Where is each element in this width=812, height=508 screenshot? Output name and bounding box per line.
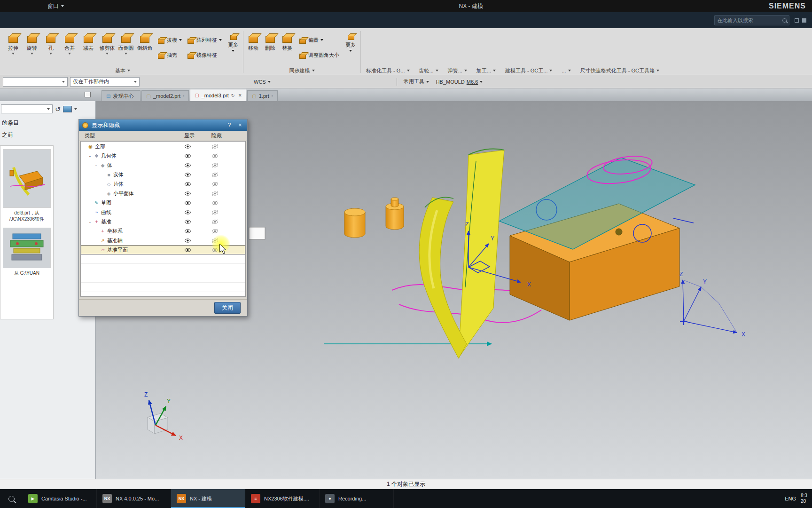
search-input[interactable] — [717, 17, 781, 23]
ribbon-tool-icon[interactable] — [437, 33, 446, 42]
group-label[interactable]: 弹簧... — [448, 67, 467, 74]
ribbon-tool-icon[interactable] — [419, 33, 429, 42]
ribbon-tool-icon[interactable] — [468, 47, 477, 56]
ribbon-tool-icon[interactable] — [528, 47, 538, 56]
toolbar-icon[interactable] — [344, 78, 353, 86]
toolbar-icon[interactable] — [241, 78, 249, 86]
type-row[interactable]: - ❖ 几何体 — [81, 151, 245, 160]
show-eye-icon[interactable] — [174, 219, 201, 224]
more-button[interactable]: 更多 — [225, 29, 242, 52]
hide-eye-icon[interactable] — [201, 200, 228, 206]
hide-eye-icon[interactable] — [201, 163, 228, 168]
group-label[interactable]: 齿轮... — [419, 67, 438, 74]
dialog-help-button[interactable]: ? — [226, 122, 233, 128]
type-row[interactable]: ■ 实体 — [81, 170, 245, 179]
ribbon-large-button[interactable]: 旋转 — [23, 29, 41, 55]
toolbar-icon[interactable] — [275, 78, 284, 86]
floating-input-box[interactable] — [249, 227, 265, 239]
refresh-icon[interactable]: ↺ — [55, 105, 61, 113]
show-eye-icon[interactable] — [174, 163, 201, 168]
toolbar-icon[interactable] — [172, 78, 180, 86]
type-row[interactable]: ~ 曲线 — [81, 207, 245, 217]
type-row[interactable]: ◇ 片体 — [81, 179, 245, 189]
column-hide[interactable]: 隐藏 — [203, 132, 230, 139]
selection-filter-select[interactable] — [3, 77, 68, 87]
ribbon-tool-icon[interactable] — [473, 33, 482, 42]
ribbon-large-button[interactable]: 修剪体 — [98, 29, 117, 55]
toolbar-icon[interactable] — [364, 78, 373, 86]
toolbar-icon[interactable] — [231, 78, 239, 86]
tab-close-icon[interactable]: × — [238, 92, 242, 99]
ribbon-tool-icon[interactable] — [386, 47, 396, 56]
taskbar-app-button[interactable]: ▶ Camtasia Studio -... — [23, 489, 97, 508]
ribbon-tool-icon[interactable] — [508, 33, 517, 42]
toolbar-icon[interactable] — [487, 78, 496, 86]
taskbar-search-icon[interactable] — [0, 496, 23, 502]
show-eye-icon[interactable] — [174, 172, 201, 177]
type-row[interactable]: - + 基准 — [81, 217, 245, 226]
group-label-basic[interactable]: 基本 — [4, 66, 242, 75]
more-button[interactable]: 更多 — [342, 29, 359, 52]
ribbon-tool-icon[interactable] — [455, 33, 464, 42]
ribbon-tool-icon[interactable] — [544, 33, 553, 42]
ribbon-large-button[interactable]: 倒斜角 — [135, 29, 154, 55]
ribbon-small-button[interactable]: 镜像特征 — [187, 48, 222, 62]
hide-eye-icon[interactable] — [201, 153, 228, 159]
part-tab[interactable]: ▢ _model3.prt ↻ × — [190, 89, 246, 101]
show-eye-icon[interactable] — [174, 200, 201, 206]
preview-mode-icon[interactable] — [63, 106, 72, 112]
tree-expander[interactable]: - — [88, 153, 92, 159]
hide-eye-icon[interactable] — [201, 238, 228, 243]
type-row[interactable]: + 坐标系 — [81, 226, 245, 236]
column-type[interactable]: 类型 — [79, 132, 176, 139]
ribbon-tool-icon[interactable] — [630, 47, 639, 56]
ribbon-small-button[interactable]: 阵列特征 — [187, 33, 222, 47]
toolbar-icon[interactable] — [497, 78, 506, 86]
ribbon-large-button[interactable]: 拉伸 — [4, 29, 23, 55]
show-eye-icon[interactable] — [174, 229, 201, 234]
taskbar-app-button[interactable]: ● Recording... — [320, 489, 394, 508]
group-label[interactable]: ... — [562, 68, 570, 73]
part-thumbnail[interactable] — [3, 149, 51, 208]
ribbon-tool-icon[interactable] — [609, 47, 619, 56]
show-eye-icon[interactable] — [174, 144, 201, 149]
float-panel-icon[interactable] — [85, 92, 91, 97]
ribbon-small-button[interactable]: 拔模 — [157, 33, 182, 47]
type-row[interactable]: ↗ 基准轴 — [81, 236, 245, 245]
ribbon-small-button[interactable]: 偏置 — [298, 33, 339, 47]
ribbon-tool-icon[interactable] — [490, 33, 500, 42]
hole-feature[interactable] — [616, 229, 622, 235]
hide-eye-icon[interactable] — [201, 229, 228, 234]
toolbar-icon[interactable] — [285, 78, 294, 86]
taskbar-app-button[interactable]: NX NX 4.0.0.25 - Mo... — [97, 489, 171, 508]
ribbon-tool-icon[interactable] — [650, 33, 659, 42]
hide-eye-icon[interactable] — [201, 144, 228, 149]
toolbar-icon[interactable] — [517, 78, 525, 86]
hide-eye-icon[interactable] — [201, 247, 228, 253]
show-eye-icon[interactable] — [174, 210, 201, 215]
toolbar-icon[interactable] — [221, 78, 229, 86]
toolbar-icon[interactable] — [315, 78, 323, 86]
history-filter-select[interactable] — [1, 104, 53, 113]
dialog-close-button[interactable]: × — [236, 122, 244, 128]
ribbon-tool-icon[interactable] — [406, 47, 416, 56]
ribbon-large-button[interactable]: 孔 — [41, 29, 60, 55]
ribbon-tool-icon[interactable] — [597, 33, 606, 42]
ribbon-small-button[interactable]: 抽壳 — [157, 48, 182, 62]
part-tab[interactable]: ▢ _model2.prt ▫ — [141, 90, 189, 101]
show-eye-icon[interactable] — [174, 238, 201, 243]
toolbar-icon[interactable] — [211, 78, 219, 86]
cylinder-boss-top[interactable] — [391, 198, 398, 200]
type-row[interactable]: - ◆ 体 — [81, 160, 245, 170]
tree-expander[interactable]: - — [94, 163, 98, 168]
wcs-menu[interactable]: WCS — [251, 79, 273, 85]
column-show[interactable]: 显示 — [176, 132, 203, 139]
ribbon-tool-icon[interactable] — [569, 47, 578, 56]
show-eye-icon[interactable] — [174, 247, 201, 253]
ribbon-large-button[interactable]: 移动 — [245, 29, 262, 52]
show-eye-icon[interactable] — [174, 191, 201, 196]
part-tab[interactable]: ▤ 发现中心 — [102, 90, 141, 101]
toolbar-icon[interactable] — [354, 78, 363, 86]
toolbar-icon[interactable] — [527, 78, 535, 86]
ribbon-tool-icon[interactable] — [632, 33, 641, 42]
